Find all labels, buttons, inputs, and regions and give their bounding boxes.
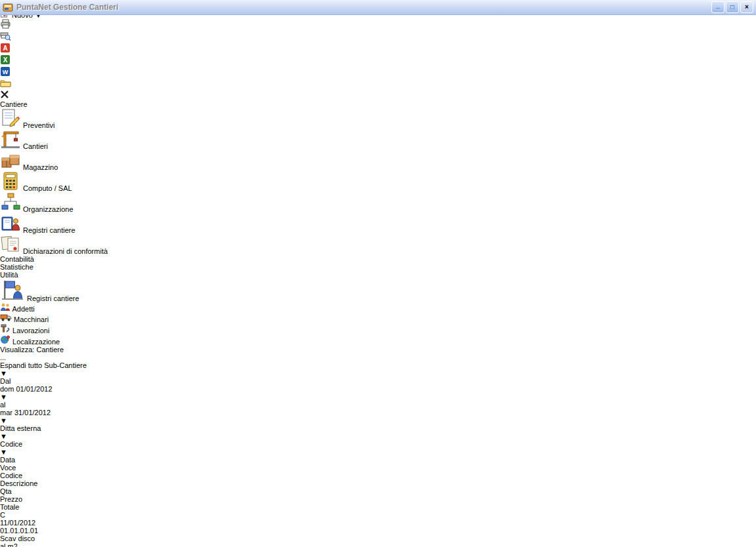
sidebar-item[interactable]: Registri cantiere (0, 213, 756, 234)
macchinari-icon (0, 315, 12, 323)
preventivi-icon (0, 121, 21, 129)
toolbar-button[interactable] (0, 78, 756, 90)
cantiere-browse-button[interactable]: ... (0, 354, 756, 361)
sidebar-item-label: Organizzazione (23, 205, 73, 213)
sidebar-item[interactable]: Preventivi (0, 108, 756, 129)
visualizza-label: Visualizza: (0, 346, 34, 354)
al-label: al (0, 401, 6, 409)
sidebar-bottom-button[interactable]: Contabilità (0, 255, 756, 263)
svg-text:X: X (3, 56, 8, 64)
maximize-button[interactable]: □ (726, 1, 739, 13)
organizzazione-icon (0, 205, 21, 213)
sidebar-item-label: Preventivi (23, 121, 54, 129)
espandi-tutto-label: Espandi tutto (0, 361, 42, 369)
open-folder-icon (0, 82, 11, 90)
toolbar-button[interactable] (0, 90, 756, 100)
delete-icon (0, 92, 9, 100)
ditta-esterna-label: Ditta esterna (0, 424, 41, 432)
chevron-down-icon[interactable]: ▼ (0, 416, 79, 424)
page-title: Registri cantiere (27, 294, 79, 302)
section-tab[interactable]: Macchinari (0, 313, 756, 323)
sidebar-bottom: Contabilità Statistiche Utilità (0, 255, 756, 279)
printer-icon (0, 23, 11, 31)
sidebar-bottom-button[interactable]: Utilità (0, 271, 756, 279)
sidebar-item-label: Computo / SAL (23, 184, 72, 192)
sidebar-item-label: Magazzino (23, 163, 58, 171)
cell-codice: 01.01.01.01 (0, 527, 756, 535)
word-export-icon: W (0, 70, 10, 78)
section-tab[interactable]: Lavorazioni (0, 323, 756, 334)
cell-data: 11/01/2012 (0, 519, 756, 527)
cantieri-icon (0, 142, 21, 150)
cell-descrizione: Scav disco (0, 535, 756, 542)
ditta-esterna-combo[interactable]: ▼ (0, 432, 185, 440)
app-icon (3, 2, 13, 12)
column-header-extra[interactable]: C (0, 511, 756, 519)
sidebar-item[interactable]: Computo / SAL (0, 171, 756, 192)
column-header-prezzo[interactable]: Prezzo (0, 495, 756, 503)
sidebar-header-cantiere[interactable]: Cantiere (0, 100, 756, 108)
column-header-codice[interactable]: Codice (0, 472, 756, 479)
localizzazione-icon (0, 338, 10, 346)
sidebar-item[interactable]: Dichiarazioni di conformità (0, 234, 756, 255)
sidebar-item[interactable]: Cantieri (0, 129, 756, 150)
lavorazioni-icon (0, 327, 10, 334)
sidebar-item[interactable]: Magazzino (0, 150, 756, 171)
magazzino-icon (0, 163, 21, 171)
dichiarazioni-icon (0, 247, 21, 255)
sidebar: Cantiere Preventivi Cantieri Magazzino C… (0, 100, 756, 279)
sidebar-item-label: Registri cantiere (23, 226, 75, 234)
window-title: PuntaNet Gestione Cantieri (16, 3, 710, 12)
cell-um: al m2 (0, 542, 756, 547)
pdf-export-icon: A (0, 47, 10, 54)
column-header-descrizione[interactable]: Descrizione (0, 479, 756, 487)
registrations-table: 11/01/2012 01.01.01.01 Scav disco al m2 … (0, 519, 756, 547)
sidebar-bottom-button[interactable]: Statistiche (0, 263, 756, 271)
cantiere-label: Cantiere (36, 346, 64, 354)
minimize-button[interactable]: _ (711, 1, 724, 13)
section-tab[interactable]: Addetti (0, 302, 756, 313)
column-header-data[interactable]: Data (0, 456, 756, 464)
codice-combo[interactable]: ▼ (0, 448, 91, 456)
table-row[interactable]: 11/01/2012 01.01.01.01 Scav disco al m2 … (0, 519, 756, 547)
excel-export-icon: X (0, 58, 10, 66)
dal-label: Dal (0, 377, 11, 385)
column-header-totale[interactable]: Totale (0, 503, 756, 511)
registri-cantiere-page-icon (0, 294, 25, 302)
svg-text:A: A (3, 45, 7, 52)
sidebar-item[interactable]: Organizzazione (0, 192, 756, 213)
svg-text:W: W (3, 69, 9, 75)
column-header-voce[interactable]: Voce Codice Descrizione (0, 464, 756, 487)
chevron-down-icon[interactable]: ▼ (0, 393, 85, 401)
codice-label: Codice (0, 440, 22, 448)
computo-sal-icon (0, 184, 21, 192)
chevron-down-icon[interactable]: ▼ (0, 448, 91, 456)
registri-cantiere-icon (0, 226, 21, 234)
toolbar-button[interactable] (0, 31, 756, 43)
sub-cantiere-combo[interactable]: ▼ (0, 369, 185, 377)
toolbar-button[interactable]: A (0, 43, 756, 54)
close-button[interactable]: × (740, 1, 753, 13)
sidebar-item-label: Cantieri (23, 142, 48, 150)
main-content: Registri cantiere Addetti Macchinari Lav… (0, 279, 756, 547)
page-header: Registri cantiere (0, 279, 756, 302)
main-toolbar: Nuovo ▼ A X W (0, 8, 756, 100)
column-header-qta[interactable]: Qta (0, 487, 756, 495)
toolbar-button[interactable]: W (0, 66, 756, 78)
toolbar-button[interactable] (0, 19, 756, 31)
al-date-combo[interactable]: mar 31/01/2012 ▼ (0, 409, 79, 424)
sidebar-item-label: Dichiarazioni di conformità (23, 247, 108, 255)
grid-header: Data Voce Codice Descrizione Qta Prezzo … (0, 456, 756, 519)
filter-panel: Visualizza: Cantiere ... Espandi tutto S… (0, 346, 756, 456)
section-tab[interactable]: Localizzazione (0, 334, 756, 346)
addetti-icon (0, 305, 10, 313)
section-tabs: Addetti Macchinari Lavorazioni Localizza… (0, 302, 756, 346)
chevron-down-icon[interactable]: ▼ (0, 369, 185, 377)
print-preview-icon (0, 35, 11, 43)
toolbar-button[interactable]: X (0, 54, 756, 66)
dal-date-combo[interactable]: dom 01/01/2012 ▼ (0, 385, 85, 401)
window-titlebar: PuntaNet Gestione Cantieri _ □ × (0, 0, 756, 15)
chevron-down-icon[interactable]: ▼ (0, 432, 185, 440)
sub-cantiere-label: Sub-Cantiere (44, 361, 87, 369)
